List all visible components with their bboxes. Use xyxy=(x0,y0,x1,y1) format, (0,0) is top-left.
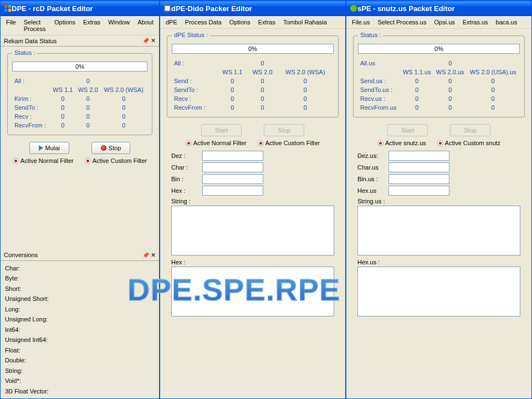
row-label: Recv : xyxy=(173,95,217,103)
btn-label: Mulai xyxy=(45,145,60,151)
hex-textarea[interactable] xyxy=(357,267,520,316)
row-label: Recv : xyxy=(13,112,50,120)
menu-baca[interactable]: baca.us xyxy=(493,18,521,27)
start-button[interactable]: Start xyxy=(387,124,428,136)
radio-label: Active Custom Filter xyxy=(265,140,320,146)
close-icon[interactable]: ✕ xyxy=(151,37,156,44)
conversions-list: Char: Byte: Short: Unsigned Short: Long:… xyxy=(1,261,159,399)
menu-file[interactable]: File xyxy=(3,18,19,33)
stop-button[interactable]: Stop xyxy=(264,124,304,136)
conv-item: String: xyxy=(5,366,155,376)
dez-input[interactable] xyxy=(202,151,263,161)
pin-icon[interactable]: 📌 xyxy=(142,38,149,44)
cell: 0 xyxy=(278,104,332,111)
string-label: String : xyxy=(171,198,334,204)
conv-item: Unsigned Int64: xyxy=(5,335,155,345)
cell: 0 xyxy=(278,86,332,94)
menu-select-process[interactable]: Select Process.us xyxy=(374,18,429,27)
char-label: Char : xyxy=(171,164,199,171)
bin-input[interactable] xyxy=(388,174,449,184)
cell: 0 xyxy=(401,104,433,111)
svg-point-6 xyxy=(350,5,357,12)
menu-file[interactable]: File.us xyxy=(349,18,373,27)
panel-title: Rekam Data Status xyxy=(4,38,57,44)
stats-table: All :0 WS 1.1WS 2.0WS 2.0 (WSA) Send :00… xyxy=(172,58,334,112)
stop-button[interactable]: Stop xyxy=(450,124,490,136)
radio-icon xyxy=(258,140,264,146)
menu-about[interactable]: About xyxy=(134,18,157,33)
row-label: RecvFrom.us xyxy=(359,104,400,111)
all-value: 0 xyxy=(434,59,466,67)
window-dpe-dido: dPE-Dido Packer Editor dPE Process Data … xyxy=(160,0,346,399)
menu-opsi[interactable]: Opsi.us xyxy=(431,18,458,27)
radio-custom-snutz[interactable]: Active Custom snutz xyxy=(437,140,500,146)
menu-select-process[interactable]: Select Process xyxy=(21,18,50,33)
dez-input[interactable] xyxy=(388,151,449,161)
menu-options[interactable]: Options xyxy=(226,18,254,27)
titlebar[interactable]: sPE - snutz.us Packet Editor xyxy=(346,1,531,16)
radio-custom-filter[interactable]: Active Custom Filter xyxy=(85,157,147,164)
stop-button[interactable]: Stop xyxy=(91,142,131,154)
menu-extras[interactable]: Extras xyxy=(80,18,104,33)
row-label: Recv.us : xyxy=(359,95,400,103)
string-textarea[interactable] xyxy=(171,206,334,255)
menu-dpe[interactable]: dPE xyxy=(162,18,181,27)
row-label: RecvFrom : xyxy=(13,121,50,129)
app-icon xyxy=(4,4,12,12)
menu-extras[interactable]: Extras.us xyxy=(459,18,492,27)
char-input[interactable] xyxy=(388,162,449,172)
cell: 0 xyxy=(467,86,519,94)
bin-label: Bin.us : xyxy=(357,176,385,182)
dez-label: Dez.us: xyxy=(357,152,385,159)
menubar: File Select Process Options Extras Windo… xyxy=(1,16,159,35)
cell: 0 xyxy=(218,95,247,103)
close-icon[interactable]: ✕ xyxy=(151,252,156,258)
titlebar[interactable]: dPE-Dido Packer Editor xyxy=(160,1,345,16)
pin-icon[interactable]: 📌 xyxy=(142,252,149,258)
radio-icon xyxy=(85,158,91,164)
cell: 0 xyxy=(434,95,466,103)
window-title: sPE - snutz.us Packet Editor xyxy=(357,4,455,13)
row-label: RecvFrom : xyxy=(173,104,217,111)
radio-normal-filter[interactable]: Active Normal Filter xyxy=(186,140,247,146)
cell: 0 xyxy=(218,104,247,111)
menu-process-data[interactable]: Process Data xyxy=(182,18,225,27)
char-input[interactable] xyxy=(202,162,263,172)
cell: 0 xyxy=(101,95,146,103)
cell: 0 xyxy=(248,95,277,103)
cell: 0 xyxy=(467,95,519,103)
cell: 0 xyxy=(51,121,75,129)
btn-label: Stop xyxy=(464,127,477,134)
conv-item: Int64: xyxy=(5,325,155,335)
start-button[interactable]: Start xyxy=(201,124,242,136)
menu-options[interactable]: Options xyxy=(51,18,79,33)
cell: 0 xyxy=(101,121,146,129)
progress-value: 0% xyxy=(434,45,443,52)
hex-input[interactable] xyxy=(202,186,263,196)
row-label: SendTo : xyxy=(13,104,50,111)
string-textarea[interactable] xyxy=(357,206,520,255)
svg-rect-1 xyxy=(8,5,11,8)
start-button[interactable]: Mulai xyxy=(29,142,69,154)
bin-input[interactable] xyxy=(202,174,263,184)
menu-window[interactable]: Window xyxy=(105,18,133,33)
cell: 0 xyxy=(401,77,433,85)
status-group: Status : 0% All :0 WS 1.1WS 2.0WS 2.0 (W… xyxy=(7,53,152,135)
radio-normal-filter[interactable]: Active Normal Filter xyxy=(13,157,74,164)
menu-extras[interactable]: Extras xyxy=(255,18,279,27)
menubar: File.us Select Process.us Opsi.us Extras… xyxy=(346,16,531,29)
hex-input[interactable] xyxy=(388,186,449,196)
cell: 0 xyxy=(278,77,332,85)
play-icon xyxy=(39,145,43,151)
stats-table: All :0 WS 1.1WS 2.0WS 2.0 (WSA) Kirim :0… xyxy=(12,76,147,130)
hex-textarea[interactable] xyxy=(171,267,334,316)
radio-snutz[interactable]: Active snutz.us xyxy=(377,140,426,146)
radio-custom-filter[interactable]: Active Custom Filter xyxy=(258,140,320,146)
conv-item: Float: xyxy=(5,345,155,356)
col-ws11: WS 1.1.us xyxy=(401,68,433,76)
menu-tombol-rahasia[interactable]: Tombol Rahasia xyxy=(280,18,330,27)
svg-rect-5 xyxy=(165,6,170,11)
titlebar[interactable]: DPE - rcD Packet Editor xyxy=(1,1,159,16)
radio-label: Active Custom snutz xyxy=(445,140,500,146)
hex2-label: Hex : xyxy=(171,259,334,265)
